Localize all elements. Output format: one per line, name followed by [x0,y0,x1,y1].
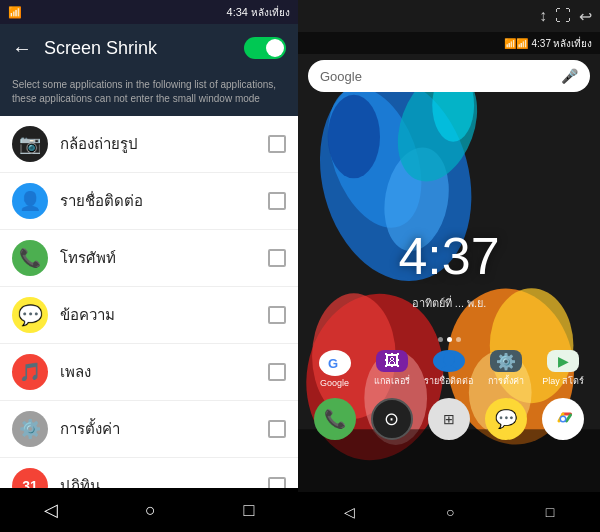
home-nav-button-left[interactable]: ○ [125,492,176,529]
phone-time: 4:37 [532,38,551,49]
dock-label-google: Google [320,378,349,388]
dock-label-gallery: แกลเลอรี่ [374,374,410,388]
list-item[interactable]: 💬 ข้อความ [0,287,298,344]
list-item[interactable]: ⚙️ การตั้งค่า [0,401,298,458]
app-name-phone: โทรศัพท์ [48,246,268,270]
checkbox-calendar[interactable] [268,477,286,488]
checkbox-messages[interactable] [268,306,286,324]
app-subtitle: Select some applications in the followin… [0,72,298,116]
svg-point-24 [561,417,565,421]
phone-controls: ↕ ⛶ ↩ [539,7,592,26]
checkbox-camera[interactable] [268,135,286,153]
app-name-contacts: รายชื่อติดต่อ [48,189,268,213]
phone-screen: 📶📶 4:37 หลังเที่ยง [298,32,600,492]
dock-icon-settings2[interactable]: ⚙️ การตั้งค่า [487,350,525,388]
page-dots [298,337,600,342]
checkbox-music[interactable] [268,363,286,381]
list-item[interactable]: 📷 กล้องถ่ายรูป [0,116,298,173]
dock-camera[interactable]: ⊙ [371,398,413,440]
contacts-icon: 👤 [12,183,48,219]
list-item[interactable]: 31 ปฏิทิน [0,458,298,488]
svg-text:G: G [328,356,338,371]
settings-icon: ⚙️ [12,411,48,447]
list-item[interactable]: 🎵 เพลง [0,344,298,401]
app-name-music: เพลง [48,360,268,384]
calendar-icon: 31 [12,468,48,488]
status-ampm-left: หลังเที่ยง [251,5,290,20]
back-nav-button-left[interactable]: ◁ [24,491,78,529]
left-panel: 📶 4:34 หลังเที่ยง ← Screen Shrink Select… [0,0,298,532]
dot-2 [447,337,452,342]
phone-icon: 📞 [12,240,48,276]
checkbox-settings[interactable] [268,420,286,438]
app-header: ← Screen Shrink [0,24,298,72]
back-control-icon[interactable]: ↩ [579,7,592,26]
dock-bottom-row: 📞 ⊙ ⊞ 💬 [298,396,600,442]
mic-icon[interactable]: 🎤 [561,68,578,84]
app-name-camera: กล้องถ่ายรูป [48,132,268,156]
svg-point-11 [328,95,380,179]
phone-home-btn[interactable]: ○ [430,498,470,526]
phone-date-display: อาทิตย์ที่ ... พ.ย. [412,294,486,312]
dock-phone[interactable]: 📞 [314,398,356,440]
app-title: Screen Shrink [44,38,232,59]
recent-nav-button-left[interactable]: □ [223,492,274,529]
resize-icon[interactable]: ↕ [539,7,547,25]
search-text: Google [320,69,561,84]
app-name-settings: การตั้งค่า [48,417,268,441]
fullscreen-icon[interactable]: ⛶ [555,7,571,25]
app-list: 📷 กล้องถ่ายรูป 👤 รายชื่อติดต่อ 📞 โทรศัพท… [0,116,298,488]
phone-ampm: หลังเที่ยง [553,36,592,51]
right-panel: ↕ ⛶ ↩ 📶📶 4:37 หลังเที่ยง [298,0,600,532]
music-icon: 🎵 [12,354,48,390]
dock-apps-btn[interactable]: ⊞ [428,398,470,440]
phone-bottom-nav: ◁ ○ □ [298,492,600,532]
phone-search-bar[interactable]: Google 🎤 [308,60,590,92]
phone-back-btn[interactable]: ◁ [328,498,371,526]
status-bar-left: 📶 4:34 หลังเที่ยง [0,0,298,24]
dot-3 [456,337,461,342]
bottom-nav-left: ◁ ○ □ [0,488,298,532]
app-name-calendar: ปฏิทิน [48,474,268,488]
enable-toggle[interactable] [244,37,286,59]
dock-label-settings2: การตั้งค่า [488,374,524,388]
back-button[interactable]: ← [12,37,32,60]
dock-icon-google[interactable]: G Google [316,350,354,388]
camera-icon: 📷 [12,126,48,162]
status-time-left: 4:34 [227,6,248,18]
dock-icon-contacts[interactable]: 👤 รายชื่อติดต่อ [430,350,468,388]
checkbox-phone[interactable] [268,249,286,267]
dock-label-contacts: รายชื่อติดต่อ [424,374,473,388]
dock-label-playstore: Play สโตร์ [542,374,584,388]
list-item[interactable]: 👤 รายชื่อติดต่อ [0,173,298,230]
phone-status-bar: 📶📶 4:37 หลังเที่ยง [298,32,600,54]
messages-icon: 💬 [12,297,48,333]
dock-chrome[interactable] [542,398,584,440]
phone-recent-btn[interactable]: □ [530,498,570,526]
dock-icon-gallery[interactable]: 🖼 แกลเลอรี่ [373,350,411,388]
app-name-messages: ข้อความ [48,303,268,327]
dot-1 [438,337,443,342]
list-item[interactable]: 📞 โทรศัพท์ [0,230,298,287]
phone-signal: 📶📶 [504,38,528,49]
phone-clock-display: 4:37 [398,226,499,286]
phone-dock: G Google 🖼 แกลเลอรี่ 👤 รายชื่อติดต่อ ⚙️ … [298,337,600,442]
phone-controls-bar: ↕ ⛶ ↩ [298,0,600,32]
dock-row-top: G Google 🖼 แกลเลอรี่ 👤 รายชื่อติดต่อ ⚙️ … [298,346,600,392]
dock-messages[interactable]: 💬 [485,398,527,440]
status-signal-left: 📶 [8,6,227,19]
checkbox-contacts[interactable] [268,192,286,210]
dock-icon-playstore[interactable]: ▶ Play สโตร์ [544,350,582,388]
